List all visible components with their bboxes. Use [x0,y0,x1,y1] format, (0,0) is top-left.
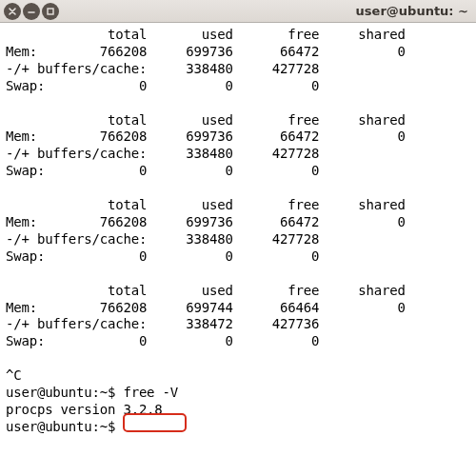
minimize-button[interactable] [23,3,40,20]
window-buttons [4,3,59,20]
window-title: user@ubuntu: ~ [356,4,468,18]
close-button[interactable] [4,3,21,20]
maximize-button[interactable] [42,3,59,20]
terminal-content[interactable]: total used free shared Mem: 766208 69973… [0,23,476,438]
window-titlebar: user@ubuntu: ~ [0,0,476,23]
svg-rect-0 [48,9,53,14]
